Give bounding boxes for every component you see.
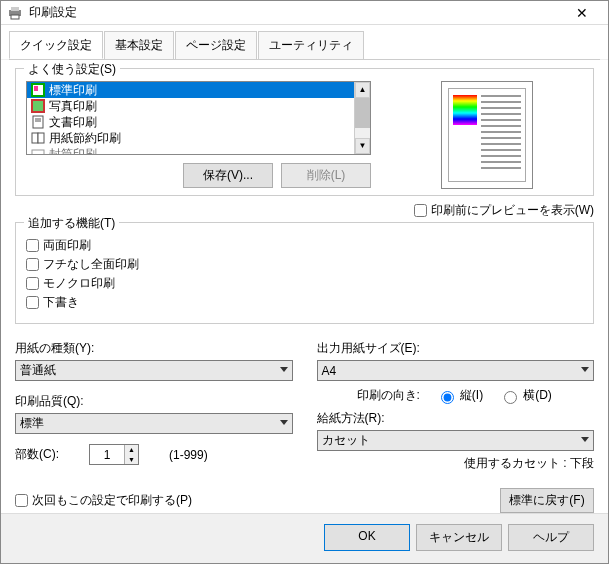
always-checkbox[interactable] <box>15 494 28 507</box>
svg-rect-5 <box>34 86 38 91</box>
photo-icon <box>31 99 45 113</box>
dialog-footer: OK キャンセル ヘルプ <box>1 513 608 563</box>
tab-utility[interactable]: ユーティリティ <box>258 31 364 59</box>
preset-item-save[interactable]: 用紙節約印刷 <box>27 130 354 146</box>
svg-rect-1 <box>11 7 19 11</box>
document-color-icon <box>31 83 45 97</box>
preset-item-standard[interactable]: 標準印刷 <box>27 82 354 98</box>
preset-item-photo[interactable]: 写真印刷 <box>27 98 354 114</box>
preset-label: 用紙節約印刷 <box>49 130 121 147</box>
additional-group: 追加する機能(T) 両面印刷 フチなし全面印刷 モノクロ印刷 下書き <box>15 222 594 324</box>
print-preview <box>441 81 533 189</box>
orientation-label: 印刷の向き: <box>357 387 420 404</box>
scroll-down[interactable]: ▼ <box>355 138 370 154</box>
printer-icon <box>7 5 23 21</box>
portrait-label: 縦(I) <box>460 387 483 404</box>
draft-checkbox[interactable] <box>26 296 39 309</box>
orientation-portrait[interactable]: 縦(I) <box>436 387 483 404</box>
mono-label: モノクロ印刷 <box>43 275 115 292</box>
document-icon <box>31 115 45 129</box>
chevron-down-icon <box>280 420 288 425</box>
papertype-label: 用紙の種類(Y): <box>15 340 293 357</box>
delete-preset-button: 削除(L) <box>281 163 371 188</box>
svg-rect-8 <box>33 116 43 128</box>
settings-columns: 用紙の種類(Y): 普通紙 印刷品質(Q): 標準 部数(C): ▲▼ (1-9… <box>15 334 594 472</box>
copies-input[interactable] <box>90 445 124 464</box>
titlebar: 印刷設定 ✕ <box>1 1 608 25</box>
preset-item-envelope[interactable]: 封筒印刷 <box>27 146 354 154</box>
landscape-radio[interactable] <box>504 391 517 404</box>
copies-spinner[interactable]: ▲▼ <box>89 444 139 465</box>
tab-bar: クイック設定 基本設定 ページ設定 ユーティリティ <box>1 25 608 59</box>
copies-label: 部数(C): <box>15 446 59 463</box>
chevron-down-icon <box>581 367 589 372</box>
document2-icon <box>31 131 45 145</box>
spin-up[interactable]: ▲ <box>125 445 138 455</box>
chevron-down-icon <box>581 437 589 442</box>
quality-select[interactable]: 標準 <box>15 413 293 434</box>
quality-label: 印刷品質(Q): <box>15 393 293 410</box>
svg-rect-13 <box>32 150 44 154</box>
orientation-landscape[interactable]: 横(D) <box>499 387 552 404</box>
show-preview-label: 印刷前にプレビューを表示(W) <box>431 202 594 219</box>
cassette-info: 使用するカセット : 下段 <box>317 455 595 472</box>
borderless-label: フチなし全面印刷 <box>43 256 139 273</box>
chevron-down-icon <box>280 367 288 372</box>
portrait-radio[interactable] <box>441 391 454 404</box>
source-value: カセット <box>322 432 370 449</box>
landscape-label: 横(D) <box>523 387 552 404</box>
ok-button[interactable]: OK <box>324 524 410 551</box>
tab-basic[interactable]: 基本設定 <box>104 31 174 59</box>
preset-label: 写真印刷 <box>49 98 97 115</box>
scroll-up[interactable]: ▲ <box>355 82 370 98</box>
right-column: 出力用紙サイズ(E): A4 印刷の向き: 縦(I) 横(D) 給紙方法(R):… <box>317 334 595 472</box>
defaults-button[interactable]: 標準に戻す(F) <box>500 488 594 513</box>
tab-page[interactable]: ページ設定 <box>175 31 257 59</box>
envelope-icon <box>31 147 45 154</box>
svg-rect-7 <box>33 101 43 111</box>
presets-group: よく使う設定(S) 標準印刷 写真印刷 <box>15 68 594 196</box>
tab-quick[interactable]: クイック設定 <box>9 31 103 59</box>
source-select[interactable]: カセット <box>317 430 595 451</box>
borderless-checkbox[interactable] <box>26 258 39 271</box>
svg-rect-12 <box>38 133 44 143</box>
quality-value: 標準 <box>20 415 44 432</box>
duplex-checkbox[interactable] <box>26 239 39 252</box>
mono-checkbox[interactable] <box>26 277 39 290</box>
preset-item-doc[interactable]: 文書印刷 <box>27 114 354 130</box>
duplex-label: 両面印刷 <box>43 237 91 254</box>
preset-label: 文書印刷 <box>49 114 97 131</box>
draft-label: 下書き <box>43 294 79 311</box>
preset-label: 封筒印刷 <box>49 146 97 155</box>
copies-range: (1-999) <box>169 448 208 462</box>
preset-scrollbar[interactable]: ▲ ▼ <box>354 82 370 154</box>
outsize-select[interactable]: A4 <box>317 360 595 381</box>
svg-rect-2 <box>11 15 19 19</box>
svg-rect-11 <box>32 133 38 143</box>
preset-label: 標準印刷 <box>49 82 97 99</box>
outsize-value: A4 <box>322 364 337 378</box>
window-title: 印刷設定 <box>29 4 562 21</box>
always-label: 次回もこの設定で印刷する(P) <box>32 492 192 509</box>
help-button[interactable]: ヘルプ <box>508 524 594 551</box>
cancel-button[interactable]: キャンセル <box>416 524 502 551</box>
left-column: 用紙の種類(Y): 普通紙 印刷品質(Q): 標準 部数(C): ▲▼ (1-9… <box>15 334 293 472</box>
save-preset-button[interactable]: 保存(V)... <box>183 163 273 188</box>
close-button[interactable]: ✕ <box>562 5 602 21</box>
papertype-value: 普通紙 <box>20 362 56 379</box>
tab-body: よく使う設定(S) 標準印刷 写真印刷 <box>1 60 608 513</box>
preset-list[interactable]: 標準印刷 写真印刷 文書印刷 <box>26 81 371 155</box>
spin-down[interactable]: ▼ <box>125 455 138 465</box>
outsize-label: 出力用紙サイズ(E): <box>317 340 595 357</box>
papertype-select[interactable]: 普通紙 <box>15 360 293 381</box>
print-settings-window: 印刷設定 ✕ クイック設定 基本設定 ページ設定 ユーティリティ よく使う設定(… <box>0 0 609 564</box>
source-label: 給紙方法(R): <box>317 410 595 427</box>
scroll-thumb[interactable] <box>355 98 370 128</box>
show-preview-checkbox[interactable] <box>414 204 427 217</box>
presets-legend: よく使う設定(S) <box>24 61 120 78</box>
preview-checkbox-row: 印刷前にプレビューを表示(W) <box>414 202 594 219</box>
preview-text-lines <box>481 95 521 177</box>
preview-color-swatch <box>453 95 477 125</box>
additional-legend: 追加する機能(T) <box>24 215 119 232</box>
